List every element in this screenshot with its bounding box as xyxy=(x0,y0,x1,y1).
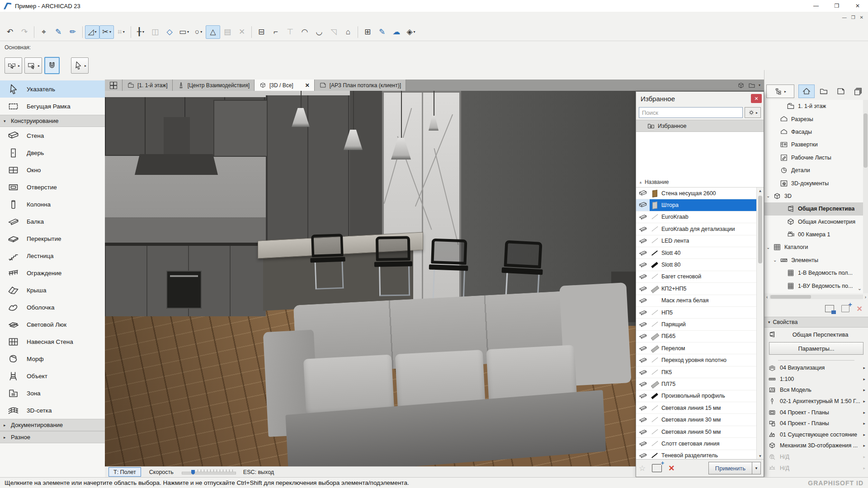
view-switch-buttons[interactable]: ▾ xyxy=(733,80,764,91)
publisher-button[interactable] xyxy=(850,84,866,98)
find-select-icon[interactable]: ⌖▾ xyxy=(37,25,51,39)
nav-item-perspective[interactable]: Общая Перспектива xyxy=(764,202,863,215)
project-chooser-button[interactable]: ▸ xyxy=(766,84,794,98)
favorites-settings-button[interactable]: ▸ xyxy=(745,107,761,118)
scroll-left-icon[interactable]: ‹ xyxy=(766,295,768,300)
tab-3d-all[interactable]: [3D / Все] ✕ xyxy=(255,80,315,91)
properties-section-header[interactable]: ▾ Свойства xyxy=(764,317,868,328)
dimension-icon[interactable]: ▤▾ xyxy=(220,25,235,39)
chevron-right-icon[interactable]: ▸ xyxy=(863,410,865,415)
prop-render-na[interactable]: Н/Д ▸ xyxy=(764,451,868,463)
nav-item-camera[interactable]: 00 Камера 1 xyxy=(764,228,863,241)
arc-icon[interactable]: ◡▾ xyxy=(312,25,326,39)
favorites-search-input[interactable] xyxy=(639,107,743,118)
prop-layer-combination[interactable]: 04 Визуализация ▸ xyxy=(764,362,868,374)
favorite-item[interactable]: Световая линия 15 мм xyxy=(636,402,756,414)
ghost-story-icon[interactable]: ○▾ xyxy=(191,25,206,39)
selection-set-icon[interactable]: ⊞▾ xyxy=(360,25,375,39)
favorite-item[interactable]: Световая линия 30 мм xyxy=(636,414,756,426)
toolbox-item-mesh[interactable]: 3D-сетка xyxy=(0,402,105,419)
toolbox-item-slab[interactable]: Перекрытие xyxy=(0,230,105,247)
guide-lines-icon[interactable]: ◿▾ xyxy=(85,25,99,39)
settings-button[interactable]: Параметры... xyxy=(769,342,863,355)
copy-settings-icon[interactable] xyxy=(825,305,834,312)
nav-item-sections[interactable]: Разрезы xyxy=(764,113,863,125)
delete-viewpoint-icon[interactable]: ✕ xyxy=(857,305,863,313)
magnet-button[interactable] xyxy=(44,57,60,74)
favorite-item[interactable]: Слотт световая линия xyxy=(636,438,756,450)
chevron-right-icon[interactable]: ▸ xyxy=(863,443,865,448)
chevron-right-icon[interactable]: ▸ xyxy=(863,466,865,470)
favorite-item[interactable]: Произвольный профиль xyxy=(636,390,756,402)
separator[interactable]: ▾ xyxy=(358,26,358,38)
project-map-button[interactable] xyxy=(798,84,815,98)
favorite-item[interactable]: Багет стеновой xyxy=(636,271,756,283)
toolbox-item-zone[interactable]: Зона xyxy=(0,385,105,402)
tab-floorplan[interactable]: [1. 1-й этаж] ✕ xyxy=(123,80,173,91)
nav-item-worksheets[interactable]: Рабочие Листы xyxy=(764,151,863,164)
toolbox-item-skylight[interactable]: Световой Люк xyxy=(0,316,105,333)
new-viewpoint-icon[interactable] xyxy=(841,305,849,312)
adjust-icon[interactable]: ⌐▾ xyxy=(269,25,283,39)
toolbox-item-stair[interactable]: Лестница xyxy=(0,247,105,264)
toolbox-item-pointer[interactable]: Указатель xyxy=(0,80,105,98)
transfer-parameters-icon[interactable]: ✏▾ xyxy=(66,25,80,39)
nav-item-schedule-1[interactable]: 1-В Ведомость пол... xyxy=(764,267,863,279)
toolbox-item-door[interactable]: Дверь xyxy=(0,144,105,161)
toolbox-section-misc[interactable]: Разное xyxy=(0,431,105,443)
new-folder-icon[interactable] xyxy=(652,464,662,472)
prop-structure-display[interactable]: Вся Модель ▸ xyxy=(764,385,868,396)
chevron-right-icon[interactable]: ▸ xyxy=(863,455,865,459)
tree-scrollbar[interactable] xyxy=(863,100,868,293)
tree-more-icon[interactable]: ⌄ xyxy=(858,286,862,291)
favorite-item[interactable]: Парящий xyxy=(636,319,756,330)
prop-3d-engine[interactable]: Механизм 3D-отображения ... ▸ xyxy=(764,440,868,451)
stretch-icon[interactable]: ✕▾ xyxy=(235,25,249,39)
prop-scale[interactable]: 1:100 ▸ xyxy=(764,374,868,385)
separator[interactable]: ▾ xyxy=(131,26,131,38)
favorites-folder-row[interactable]: Избранное xyxy=(636,120,764,132)
favorites-title-bar[interactable]: Избранное ✕ xyxy=(636,92,764,105)
chevron-right-icon[interactable]: ▸ xyxy=(863,366,865,370)
close-button[interactable]: ✕ xyxy=(847,0,868,12)
markup-icon[interactable]: ✎▾ xyxy=(375,25,389,39)
favorite-item[interactable]: Штора xyxy=(636,199,756,211)
toolbox-item-column[interactable]: Колонна xyxy=(0,196,105,213)
nav-item-schedule-2[interactable]: 1-ВУ Ведомость по... xyxy=(764,279,863,292)
home-story-icon[interactable]: ⌂▾ xyxy=(341,25,355,39)
chevron-right-icon[interactable]: ▸ xyxy=(863,399,865,404)
favorite-item[interactable]: Slott 80 xyxy=(636,259,756,271)
prop-graphic-overrides[interactable]: 04 Проект - Планы ▸ xyxy=(764,418,868,429)
fillet-icon[interactable]: ◠▾ xyxy=(297,25,312,39)
nav-item-details[interactable]: Детали xyxy=(764,164,863,177)
nav-item-story[interactable]: 1. 1-й этаж xyxy=(764,100,863,113)
doc-restore-icon[interactable]: ❐ xyxy=(851,15,855,20)
snap-grid-icon[interactable]: ╂▾ xyxy=(133,25,148,39)
prop-sun-na[interactable]: Н/Д ▸ xyxy=(764,462,868,474)
view-map-button[interactable] xyxy=(816,84,832,98)
quad-view-button[interactable] xyxy=(105,80,123,91)
favorite-item[interactable]: НП5 xyxy=(636,307,756,319)
tree-horizontal-scrollbar[interactable]: ‹ › xyxy=(764,293,868,300)
favorite-item[interactable]: Теневой разделитель xyxy=(636,450,756,459)
nav-item-elements[interactable]: ⌄ Элементы xyxy=(764,254,863,267)
flight-mode-button[interactable]: Т: Полет xyxy=(108,467,141,477)
toolbox-item-opening[interactable]: Отверстие xyxy=(0,178,105,196)
pick-path-button[interactable]: ▸ xyxy=(5,57,22,74)
toolbox-item-object[interactable]: Объект xyxy=(0,367,105,385)
toolbox-item-curtainwall[interactable]: Навесная Стена xyxy=(0,333,105,350)
marquee-select-button[interactable]: ▸ xyxy=(24,57,42,74)
resize-icon[interactable]: ◹▾ xyxy=(326,25,341,39)
favorite-item[interactable]: Переход уровня полотно xyxy=(636,354,756,366)
toolbox-item-beam[interactable]: Балка xyxy=(0,213,105,230)
toolbox-section-documentation[interactable]: Документирование xyxy=(0,419,105,431)
trim-icon[interactable]: ✂▾ xyxy=(99,25,114,39)
scrollbar-thumb[interactable] xyxy=(758,196,762,263)
toolbox-item-wall[interactable]: Стена xyxy=(0,127,105,144)
undo-icon[interactable]: ↶▾ xyxy=(3,25,17,39)
nav-item-interior-elevations[interactable]: Развертки xyxy=(764,138,863,151)
toolbox-item-shell[interactable]: Оболочка xyxy=(0,299,105,316)
doc-minimize-icon[interactable]: — xyxy=(842,15,847,20)
favorite-item[interactable]: Slott 40 xyxy=(636,247,756,259)
prop-pen-set[interactable]: 02-1 Архитектурный М 1:50 Г... ▸ xyxy=(764,396,868,407)
